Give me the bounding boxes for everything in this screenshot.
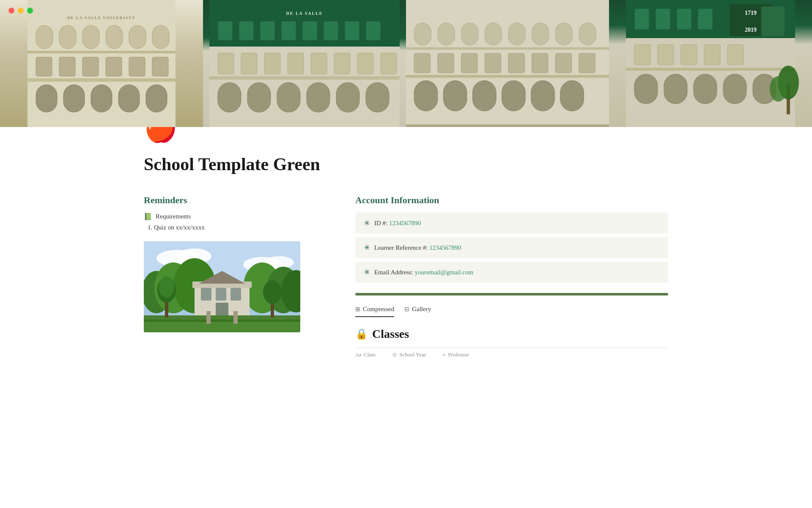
gallery-tab-icon: ⊟	[404, 306, 409, 313]
id-value[interactable]: 1234567890	[389, 220, 421, 226]
svg-rect-84	[634, 44, 650, 65]
svg-rect-39	[381, 53, 397, 74]
tab-gallery[interactable]: ⊟ Gallery	[404, 306, 431, 317]
professor-col-icon: ≡	[443, 352, 446, 358]
learner-ref-row: ✳ Learner Reference #: 1234567890	[355, 237, 668, 258]
svg-rect-55	[579, 23, 596, 45]
svg-rect-2	[36, 25, 53, 49]
close-button[interactable]	[8, 8, 14, 14]
svg-rect-120	[144, 322, 300, 332]
banner-section-1: DE LA SALLE UNIVERSITY	[0, 0, 203, 127]
id-label: ID #: 1234567890	[374, 220, 421, 227]
gallery-tab-label: Gallery	[412, 306, 431, 313]
header-banner: DE LA SALLE UNIVERSITY	[0, 0, 812, 127]
svg-rect-3	[59, 25, 76, 49]
svg-rect-46	[366, 83, 389, 112]
svg-rect-18	[91, 85, 112, 112]
col-school-year: ⊙ School Year	[392, 351, 426, 358]
banner-section-4: 1719 2019 1719 2019	[609, 0, 812, 127]
svg-rect-93	[723, 74, 746, 104]
svg-point-127	[263, 280, 282, 304]
svg-rect-71	[560, 80, 584, 111]
school-image	[144, 241, 300, 332]
col-class: Aa Class	[355, 351, 376, 358]
svg-rect-10	[59, 57, 75, 76]
svg-rect-40	[209, 76, 400, 80]
green-divider	[355, 293, 668, 295]
svg-rect-57	[414, 53, 430, 73]
svg-rect-54	[555, 23, 572, 45]
star-icon-1: ✳	[364, 218, 370, 228]
svg-rect-82	[677, 8, 691, 30]
svg-rect-15	[27, 78, 176, 82]
svg-rect-65	[406, 75, 609, 78]
banner-section-2: DE LA SALLE	[203, 0, 406, 127]
svg-rect-27	[281, 21, 296, 40]
svg-rect-67	[443, 80, 467, 111]
svg-rect-42	[247, 83, 271, 112]
svg-rect-11	[82, 57, 99, 76]
svg-rect-44	[307, 83, 330, 112]
email-value[interactable]: youremail@gmail.com	[415, 269, 473, 276]
svg-point-125	[159, 276, 174, 298]
svg-rect-116	[216, 303, 228, 318]
svg-rect-59	[461, 53, 477, 73]
svg-rect-64	[579, 53, 595, 73]
svg-rect-60	[485, 53, 501, 73]
learner-ref-value[interactable]: 1234567890	[429, 244, 461, 251]
svg-text:DE LA SALLE: DE LA SALLE	[286, 11, 323, 16]
reminders-heading: Reminders	[144, 195, 321, 206]
svg-rect-34	[264, 53, 280, 74]
svg-rect-17	[63, 85, 85, 112]
learner-label: Learner Reference #: 1234567890	[374, 244, 461, 251]
svg-rect-81	[656, 8, 670, 30]
svg-rect-48	[414, 23, 431, 45]
class-col-label: Class	[364, 351, 376, 358]
id-row: ✳ ID #: 1234567890	[355, 213, 668, 234]
minimize-button[interactable]	[18, 8, 24, 14]
svg-rect-86	[681, 44, 697, 65]
account-heading: Account Information	[355, 195, 668, 206]
professor-col-label: Professor	[448, 351, 469, 358]
tab-compressed[interactable]: ⊞ Compressed	[355, 306, 394, 317]
svg-rect-20	[146, 85, 167, 112]
svg-text:1719: 1719	[745, 10, 757, 16]
svg-rect-29	[324, 21, 338, 40]
svg-rect-56	[406, 47, 609, 50]
banner-section-3	[406, 0, 609, 127]
star-icon-2: ✳	[364, 243, 370, 252]
requirements-item: 📗 Requirements	[144, 213, 321, 221]
svg-rect-25	[239, 21, 254, 40]
maximize-button[interactable]	[27, 8, 33, 14]
svg-rect-13	[129, 57, 145, 76]
svg-text:DE LA SALLE UNIVERSITY: DE LA SALLE UNIVERSITY	[67, 16, 135, 20]
svg-rect-41	[218, 83, 241, 112]
school-year-col-icon: ⊙	[392, 352, 397, 358]
right-column: Account Information ✳ ID #: 1234567890 ✳…	[355, 195, 668, 362]
svg-rect-69	[502, 80, 526, 111]
svg-rect-43	[277, 83, 300, 112]
svg-rect-50	[461, 23, 478, 45]
svg-rect-79	[761, 6, 785, 36]
requirements-label[interactable]: Requirements	[156, 213, 191, 220]
requirements-icon: 📗	[144, 213, 152, 221]
svg-rect-35	[288, 53, 304, 74]
window-controls	[8, 8, 33, 14]
classes-section: 🔒 Classes Aa Class ⊙ School Year ≡	[355, 327, 668, 362]
star-icon-3: ✳	[364, 268, 370, 277]
svg-rect-85	[658, 44, 674, 65]
lock-icon: 🔒	[355, 328, 368, 340]
svg-rect-51	[485, 23, 502, 45]
svg-rect-115	[230, 288, 241, 301]
svg-rect-83	[698, 8, 713, 30]
class-col-icon: Aa	[355, 352, 361, 358]
svg-rect-91	[664, 74, 687, 104]
svg-rect-58	[438, 53, 454, 73]
svg-rect-33	[241, 53, 257, 74]
svg-rect-121	[206, 311, 211, 324]
svg-rect-38	[357, 53, 373, 74]
page-title: School Template Green	[144, 154, 668, 174]
table-headers: Aa Class ⊙ School Year ≡ Professor	[355, 348, 668, 362]
svg-rect-14	[152, 57, 168, 76]
svg-rect-49	[438, 23, 455, 45]
